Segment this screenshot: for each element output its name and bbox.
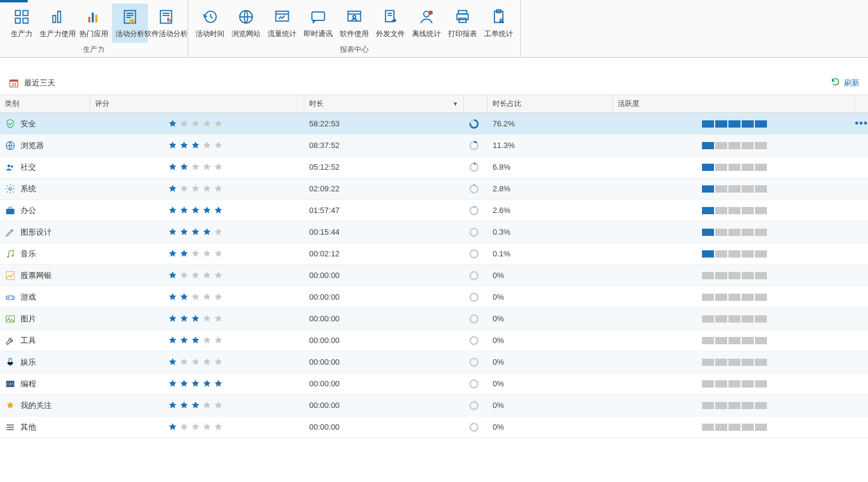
cell-pct-ring (464, 314, 488, 324)
rating-stars (95, 270, 224, 281)
duration-value: 08:37:52 (309, 141, 340, 150)
date-range-picker[interactable]: 23 最近三天 (8, 78, 55, 88)
gear-icon (5, 184, 16, 194)
cell-pct-ring (464, 227, 488, 238)
ribbon-item-software-usage[interactable]: 软件使用 (336, 4, 372, 43)
refresh-button[interactable]: 刷新 (831, 77, 860, 88)
ribbon-item-label: 软件使用 (340, 29, 369, 39)
window-user-icon (345, 7, 364, 26)
activity-segment (715, 402, 727, 409)
table-row[interactable]: 游戏00:00:000%••• (0, 286, 868, 308)
star-icon (202, 292, 212, 303)
table-row[interactable]: 娱乐00:00:000%••• (0, 351, 868, 373)
code-icon (5, 378, 16, 389)
category-label: 音乐 (20, 249, 36, 259)
ribbon-item-productivity[interactable]: 生产力 (4, 4, 40, 43)
rating-stars (95, 140, 224, 151)
table-row[interactable]: 编程00:00:000%••• (0, 373, 868, 395)
category-label: 游戏 (20, 292, 36, 303)
ribbon-item-traffic-stats[interactable]: 流量统计 (264, 4, 300, 43)
svg-point-18 (353, 16, 356, 19)
activity-segment (755, 402, 767, 409)
cell-pct: 0% (488, 314, 613, 323)
activity-bars (618, 402, 767, 409)
activity-bars (618, 272, 767, 279)
rating-stars (95, 335, 224, 346)
activity-segment (702, 120, 714, 128)
star-icon (179, 140, 189, 151)
star-icon (167, 119, 178, 129)
activity-segment (728, 250, 740, 258)
ribbon-item-outgoing-files[interactable]: 外发文件 (372, 4, 408, 43)
progress-ring-icon (469, 314, 479, 324)
cell-rating (90, 249, 304, 259)
svg-rect-0 (16, 11, 20, 16)
activity-segment (728, 402, 740, 409)
pct-value: 11.3% (493, 141, 515, 150)
star-icon (213, 119, 224, 129)
pct-value: 0% (493, 292, 504, 301)
wrench-icon (5, 335, 16, 346)
cell-activity (613, 402, 868, 409)
star-icon (213, 140, 224, 151)
star-icon (202, 400, 212, 411)
activity-segment (702, 380, 714, 388)
activity-segment (702, 142, 714, 149)
progress-ring-icon (469, 270, 479, 281)
pct-value: 0% (493, 422, 504, 431)
activity-segment (742, 402, 754, 409)
column-header-activity[interactable]: 活跃度 (613, 95, 855, 113)
cell-category: 音乐 (0, 249, 90, 259)
duration-value: 01:57:47 (309, 206, 340, 215)
star-icon (167, 140, 178, 151)
column-header-duration[interactable]: 时长▼ (304, 95, 464, 113)
table-row[interactable]: 浏览器08:37:5211.3%••• (0, 135, 868, 156)
progress-ring-icon (469, 400, 479, 411)
pct-value: 0% (493, 271, 504, 280)
ribbon-item-popular-apps[interactable]: 热门应用 (76, 4, 112, 43)
activity-segment (755, 380, 767, 388)
column-header-rating[interactable]: 评分 (90, 95, 304, 113)
cell-activity (613, 207, 868, 214)
ribbon-item-offline-stats[interactable]: 离线统计 (408, 4, 445, 43)
svg-rect-15 (276, 11, 289, 21)
activity-segment (702, 250, 714, 258)
activity-bars (618, 250, 767, 258)
star-icon (213, 378, 224, 389)
ribbon-item-activity-time[interactable]: 活动时间 (192, 4, 228, 43)
table-row[interactable]: 社交05:12:526.8%••• (0, 156, 868, 178)
cell-pct: 6.8% (488, 162, 613, 171)
ribbon-item-browse-website[interactable]: 浏览网站 (228, 4, 264, 43)
ribbon-item-activity-analysis[interactable]: 活动分析 (112, 4, 148, 43)
table-row[interactable]: 系统02:09:222.8%••• (0, 178, 868, 200)
table-row[interactable]: 音乐00:02:120.1%••• (0, 243, 868, 265)
duration-value: 00:00:00 (309, 379, 340, 388)
svg-rect-29 (10, 79, 18, 81)
table-row[interactable]: 图片00:00:000%••• (0, 308, 868, 330)
star-icon (202, 314, 212, 324)
ribbon-item-instant-messaging[interactable]: 即时通讯 (300, 4, 336, 43)
column-header-duration-pct[interactable]: 时长占比 (488, 95, 613, 113)
table-row[interactable]: 股票网银00:00:000%••• (0, 265, 868, 286)
cell-duration: 00:00:00 (304, 379, 464, 388)
table-row[interactable]: 办公01:57:472.6%••• (0, 200, 868, 221)
column-header-category[interactable]: 类别 (0, 95, 90, 113)
ribbon-item-ticket-stats[interactable]: 工单统计 (481, 4, 517, 43)
table-row[interactable]: 工具00:00:000%••• (0, 330, 868, 351)
svg-point-36 (8, 164, 11, 167)
ribbon-item-software-activity[interactable]: 软件活动分析 (148, 4, 184, 43)
ribbon-item-print-report[interactable]: 打印报表 (445, 4, 481, 43)
pct-value: 76.2% (493, 119, 515, 128)
table-body: 安全58:22:5376.2%•••浏览器08:37:5211.3%•••社交0… (0, 113, 868, 438)
table-row[interactable]: 我的关注00:00:000%••• (0, 395, 868, 416)
progress-ring-icon (469, 119, 479, 129)
table-row[interactable]: 安全58:22:5376.2%••• (0, 113, 868, 135)
table-row[interactable]: 图形设计00:15:440.3%••• (0, 221, 868, 243)
star-icon (202, 270, 212, 281)
rating-stars (95, 292, 224, 303)
row-actions-button[interactable]: ••• (855, 117, 868, 130)
table-row[interactable]: 其他00:00:000%••• (0, 416, 868, 438)
ribbon-item-productivity-usage[interactable]: 生产力使用 (40, 4, 76, 43)
star-icon (190, 357, 201, 368)
ribbon-item-label: 流量统计 (268, 29, 297, 39)
